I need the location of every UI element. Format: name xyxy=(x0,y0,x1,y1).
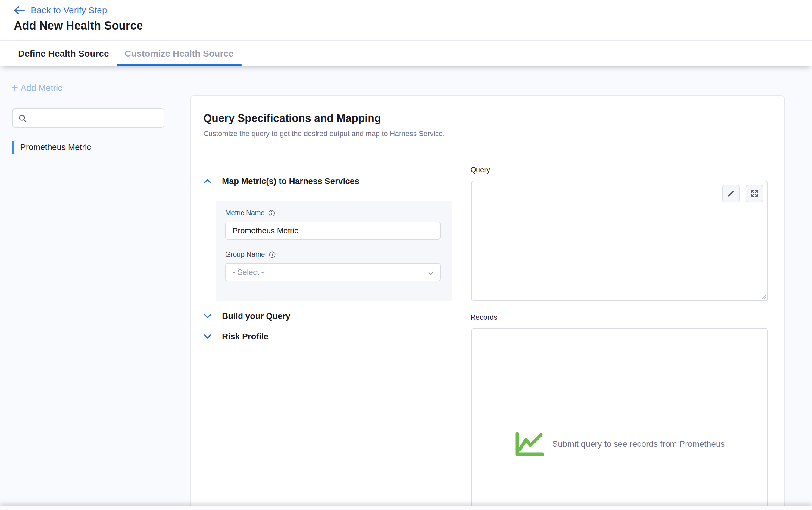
query-label: Query xyxy=(470,166,490,174)
metric-name-input[interactable] xyxy=(225,221,441,240)
chevron-down-icon xyxy=(203,334,212,339)
chevron-down-icon xyxy=(203,313,212,319)
page-title: Add New Health Source xyxy=(14,19,143,32)
section-build-query-label: Build your Query xyxy=(222,311,290,321)
records-label: Records xyxy=(470,313,497,322)
pencil-icon xyxy=(726,189,735,198)
query-editor xyxy=(471,181,768,301)
query-specifications-panel: Query Specifications and Mapping Customi… xyxy=(190,95,785,510)
metric-search-box xyxy=(12,109,165,128)
chevron-down-icon xyxy=(427,271,434,275)
tab-customize-label: Customize Health Source xyxy=(125,49,234,59)
selected-indicator-bar xyxy=(12,141,14,154)
add-metric-label: Add Metric xyxy=(21,83,62,93)
metric-item-label: Prometheus Metric xyxy=(20,142,91,152)
tab-customize-health-source[interactable]: Customize Health Source xyxy=(117,41,241,66)
records-panel: Submit query to see records from Prometh… xyxy=(471,328,768,510)
group-name-select[interactable]: - Select - xyxy=(225,263,441,281)
metric-name-label: Metric Name xyxy=(225,209,264,217)
back-link-label: Back to Verify Step xyxy=(31,5,107,16)
panel-title: Query Specifications and Mapping xyxy=(203,112,381,125)
records-empty-message: Submit query to see records from Prometh… xyxy=(552,439,725,449)
plus-icon: + xyxy=(11,83,18,92)
add-metric-button[interactable]: + Add Metric xyxy=(11,83,62,93)
panel-subtitle: Customize the query to get the desired o… xyxy=(203,129,445,138)
panel-divider xyxy=(191,150,784,150)
active-tab-underline xyxy=(117,63,241,66)
metric-search-input[interactable] xyxy=(31,109,161,127)
edit-query-button[interactable] xyxy=(722,185,740,202)
group-name-label: Group Name xyxy=(225,250,265,259)
metrics-sidebar: + Add Metric Prometheus Metric xyxy=(0,66,190,510)
back-to-verify-step-link[interactable]: Back to Verify Step xyxy=(13,4,107,17)
info-icon[interactable] xyxy=(268,210,275,217)
tab-define-health-source[interactable]: Define Health Source xyxy=(10,41,117,66)
line-chart-icon xyxy=(515,431,545,457)
arrow-left-icon xyxy=(13,6,25,15)
section-risk-profile-toggle[interactable]: Risk Profile xyxy=(203,332,268,341)
section-build-query-toggle[interactable]: Build your Query xyxy=(203,311,290,321)
page-header: Back to Verify Step Add New Health Sourc… xyxy=(0,0,812,66)
section-risk-profile-label: Risk Profile xyxy=(222,332,268,341)
tab-bar: Define Health Source Customize Health So… xyxy=(0,40,812,66)
metric-mapping-panel: Metric Name Group Name - Select - xyxy=(216,201,453,301)
section-map-metrics-toggle[interactable]: Map Metric(s) to Harness Services xyxy=(203,176,359,186)
resize-handle[interactable] xyxy=(760,293,766,300)
sidebar-divider xyxy=(12,137,171,137)
tab-define-label: Define Health Source xyxy=(18,49,109,59)
metric-list-item-prometheus[interactable]: Prometheus Metric xyxy=(12,140,178,154)
chevron-up-icon xyxy=(203,178,212,184)
expand-query-button[interactable] xyxy=(746,185,763,202)
group-name-select-value: - Select - xyxy=(233,268,264,277)
records-empty-state: Submit query to see records from Prometh… xyxy=(472,431,767,457)
expand-icon xyxy=(750,189,759,198)
section-map-metrics-label: Map Metric(s) to Harness Services xyxy=(222,176,359,186)
footer-shade xyxy=(0,506,812,510)
search-icon xyxy=(18,114,27,123)
info-icon[interactable] xyxy=(269,251,276,258)
